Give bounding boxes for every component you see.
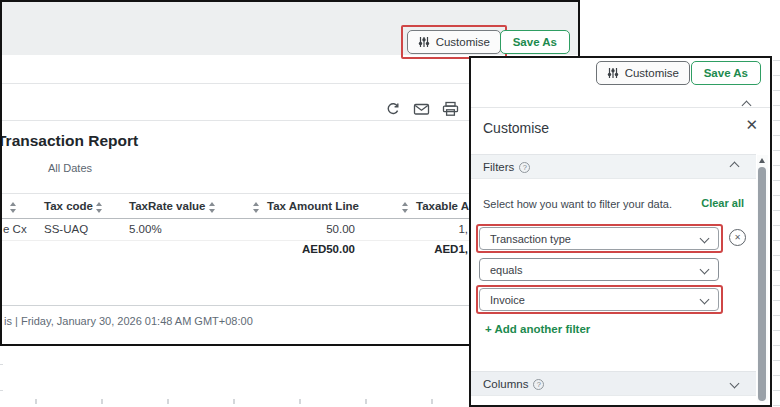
report-date-range: All Dates	[48, 162, 92, 174]
help-icon[interactable]: ?	[533, 379, 544, 390]
customise-button-label: Customise	[436, 36, 490, 48]
sliders-icon	[607, 67, 619, 79]
customise-button[interactable]: Customise	[407, 30, 501, 54]
columns-section-header[interactable]: Columns ?	[471, 371, 756, 396]
sort-icon[interactable]	[209, 202, 216, 213]
close-icon[interactable]: ✕	[745, 117, 758, 132]
column-header-taxrate-value[interactable]: TaxRate value	[129, 200, 206, 212]
column-header-tax-code[interactable]: Tax code	[44, 200, 93, 212]
panel-customise-button-label: Customise	[625, 67, 679, 79]
filter-operator-dropdown[interactable]: equals	[479, 258, 719, 281]
cell-tax-code: SS-UAQ	[44, 223, 88, 235]
divider	[471, 107, 770, 108]
annotation-box-customise-button: Customise	[401, 25, 507, 59]
panel-customise-button[interactable]: Customise	[596, 61, 690, 85]
report-toolbar: Customise Save As	[2, 2, 578, 55]
filters-section-header[interactable]: Filters ?	[471, 154, 756, 179]
column-header-taxable-amount[interactable]: Taxable A	[416, 200, 469, 212]
sort-icon[interactable]	[10, 202, 17, 213]
report-title: Transaction Report	[0, 132, 138, 150]
mail-icon[interactable]	[413, 101, 430, 117]
chevron-down-icon	[700, 265, 710, 275]
cell-taxrate-value: 5.00%	[129, 223, 162, 235]
filter-operator-value: equals	[490, 264, 522, 276]
sort-icon[interactable]	[402, 202, 409, 213]
total-taxable-amount: AED1,	[402, 243, 468, 255]
filter-value-dropdown[interactable]: Invoice	[479, 288, 719, 311]
chevron-down-icon[interactable]	[730, 379, 740, 389]
filters-description: Select how you want to filter your data.	[483, 198, 672, 210]
sliders-icon	[418, 36, 430, 48]
columns-section-label: Columns	[483, 378, 528, 390]
total-tax-amount-line: AED50.00	[267, 243, 355, 255]
collapse-panel-chevron-icon[interactable]	[740, 95, 754, 107]
filter-value: Invoice	[490, 294, 525, 306]
chevron-down-icon	[700, 234, 710, 244]
chevron-up-icon[interactable]	[730, 162, 740, 172]
clear-all-link[interactable]: Clear all	[701, 197, 744, 209]
panel-save-as-button[interactable]: Save As	[691, 61, 761, 85]
sort-icon[interactable]	[253, 202, 260, 213]
customise-panel: Customise Save As Customise ✕ Filters ? …	[469, 56, 772, 407]
add-another-filter-link[interactable]: + Add another filter	[485, 323, 590, 335]
chevron-down-icon	[700, 295, 710, 305]
printer-icon[interactable]	[442, 101, 459, 117]
panel-scrollbar[interactable]	[757, 155, 768, 403]
column-header-tax-amount-line[interactable]: Tax Amount Line	[267, 200, 359, 212]
filter-field-value: Transaction type	[490, 233, 571, 245]
scrollbar-up-arrow-icon[interactable]	[759, 158, 765, 163]
cell-taxable-amount: 1,	[402, 223, 468, 235]
filter-field-dropdown[interactable]: Transaction type	[479, 227, 719, 250]
cell-transaction-type: e Cx	[3, 223, 27, 235]
report-generated-timestamp: is | Friday, January 30, 2026 01:48 AM G…	[4, 315, 253, 327]
save-as-button[interactable]: Save As	[500, 30, 570, 54]
remove-filter-icon[interactable]: ✕	[729, 229, 746, 246]
refresh-icon[interactable]	[385, 101, 401, 117]
panel-title: Customise	[483, 120, 549, 136]
filters-section-label: Filters	[483, 161, 514, 173]
help-icon[interactable]: ?	[519, 162, 530, 173]
sort-icon[interactable]	[96, 202, 103, 213]
background-grid-bottom	[35, 399, 465, 404]
cell-tax-amount-line: 50.00	[267, 223, 355, 235]
screenshot-root: Customise Save As	[0, 0, 780, 407]
scrollbar-thumb[interactable]	[758, 167, 766, 401]
background-grid-right	[773, 60, 780, 407]
